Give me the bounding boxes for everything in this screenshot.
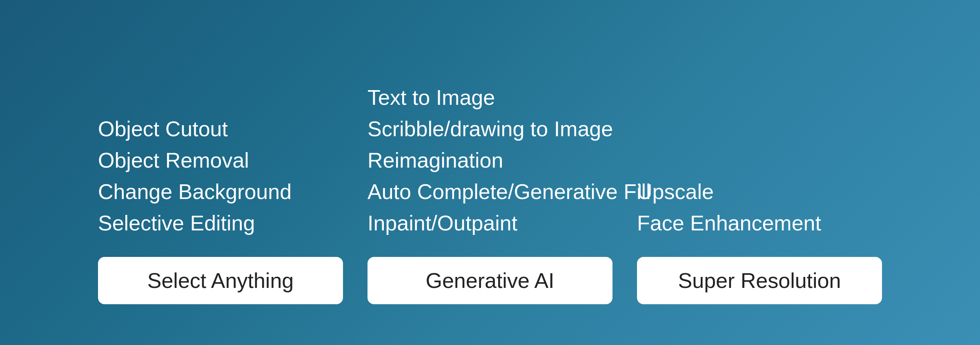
items-list-select-anything: Object CutoutObject RemovalChange Backgr… bbox=[98, 116, 292, 237]
list-item-generative-ai-3: Auto Complete/Generative Fill bbox=[368, 179, 651, 205]
list-item-generative-ai-2: Reimagination bbox=[368, 147, 651, 174]
super-resolution-button[interactable]: Super Resolution bbox=[637, 257, 882, 304]
column-select-anything: Object CutoutObject RemovalChange Backgr… bbox=[98, 116, 343, 321]
items-list-super-resolution: UpscaleFace Enhancement bbox=[637, 179, 821, 237]
column-super-resolution: UpscaleFace EnhancementSuper Resolution bbox=[637, 179, 882, 321]
list-item-select-anything-3: Selective Editing bbox=[98, 210, 292, 237]
items-list-generative-ai: Text to ImageScribble/drawing to ImageRe… bbox=[368, 84, 651, 237]
column-generative-ai: Text to ImageScribble/drawing to ImageRe… bbox=[368, 84, 612, 321]
list-item-super-resolution-0: Upscale bbox=[637, 179, 821, 205]
select-anything-button[interactable]: Select Anything bbox=[98, 257, 343, 304]
list-item-super-resolution-1: Face Enhancement bbox=[637, 210, 821, 237]
list-item-generative-ai-4: Inpaint/Outpaint bbox=[368, 210, 651, 237]
list-item-select-anything-0: Object Cutout bbox=[98, 116, 292, 142]
list-item-select-anything-2: Change Background bbox=[98, 179, 292, 205]
list-item-select-anything-1: Object Removal bbox=[98, 147, 292, 174]
generative-ai-button[interactable]: Generative AI bbox=[368, 257, 612, 304]
list-item-generative-ai-1: Scribble/drawing to Image bbox=[368, 116, 651, 142]
list-item-generative-ai-0: Text to Image bbox=[368, 84, 651, 111]
main-container: Object CutoutObject RemovalChange Backgr… bbox=[0, 0, 980, 345]
